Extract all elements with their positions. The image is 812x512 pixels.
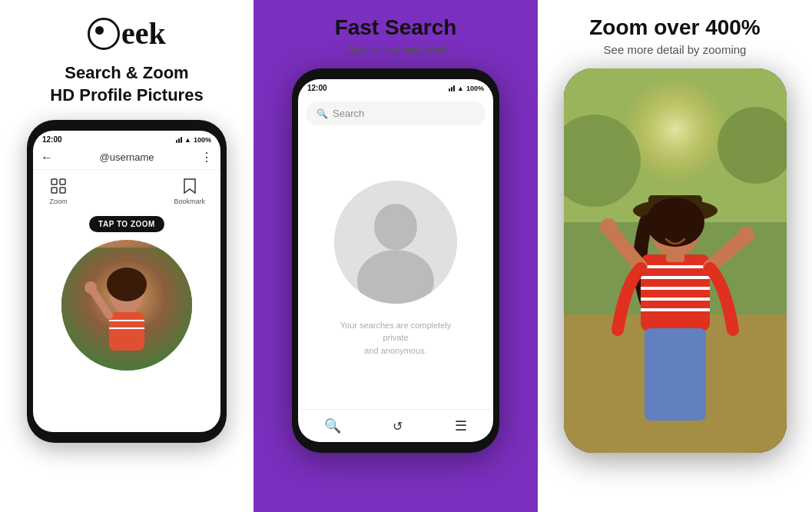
svg-rect-38 <box>666 253 684 262</box>
signal-icon-center <box>449 85 455 91</box>
logo-container: eek <box>88 15 166 52</box>
fast-search-title: Fast Search <box>335 15 457 40</box>
section-left: eek Search & Zoom HD Profile Pictures 12… <box>0 0 254 512</box>
logo-text: eek <box>121 15 166 52</box>
svg-point-24 <box>646 198 704 247</box>
svg-rect-3 <box>60 188 65 193</box>
bookmark-label: Bookmark <box>174 198 205 205</box>
woman-photo-svg <box>564 68 787 453</box>
svg-rect-2 <box>51 188 57 193</box>
battery-center: 100% <box>466 85 484 92</box>
search-bar[interactable]: 🔍 Search <box>306 101 486 125</box>
bookmark-action[interactable]: Bookmark <box>174 176 205 205</box>
tap-to-zoom-badge: TAP TO ZOOM <box>89 216 164 232</box>
svg-rect-0 <box>51 179 57 185</box>
bookmark-icon <box>180 176 200 196</box>
nav-search-icon[interactable]: 🔍 <box>324 417 341 434</box>
search-input: Search <box>333 108 364 119</box>
profile-image <box>61 240 192 371</box>
phone-center-mockup: 12:00 ▲ 100% 🔍 Search <box>292 68 499 453</box>
svg-point-34 <box>737 227 754 244</box>
avatar-placeholder: Your searches are completely private and… <box>298 128 493 409</box>
status-bar-left: 12:00 ▲ 100% <box>33 131 220 145</box>
wifi-icon: ▲ <box>184 136 191 144</box>
zoom-action[interactable]: Zoom <box>48 176 68 205</box>
app-header-left: ← @username ⋮ <box>33 145 220 170</box>
zoom-subtitle: See more detail by zooming <box>604 43 747 56</box>
phone-right-mockup <box>564 68 787 453</box>
action-bar: Zoom Bookmark <box>33 170 220 208</box>
q-dot <box>95 26 104 35</box>
phone-left-mockup: 12:00 ▲ 100% ← @username ⋮ <box>27 120 227 443</box>
back-button[interactable]: ← <box>41 151 53 165</box>
time-left: 12:00 <box>42 135 62 144</box>
zoom-icon <box>48 176 68 196</box>
phone-right-screen <box>564 68 787 453</box>
svg-point-37 <box>681 225 689 234</box>
bottom-nav-center: 🔍 ↺ ☰ <box>298 409 493 442</box>
zoom-label: Zoom <box>49 198 67 205</box>
more-button[interactable]: ⋮ <box>201 150 213 165</box>
svg-rect-35 <box>645 328 706 421</box>
search-icon: 🔍 <box>317 108 328 119</box>
app-logo: eek <box>88 15 166 52</box>
profile-picture-circle[interactable] <box>61 240 192 371</box>
nav-history-icon[interactable]: ↺ <box>393 419 403 434</box>
svg-rect-1 <box>60 179 65 185</box>
private-text: Your searches are completely private and… <box>313 319 478 357</box>
fast-search-subtitle: Sign in not required <box>346 43 446 56</box>
username-display: @username <box>99 151 154 163</box>
svg-point-11 <box>85 281 97 294</box>
status-icons-left: ▲ 100% <box>176 136 211 144</box>
status-bar-center: 12:00 ▲ 100% <box>298 79 493 94</box>
svg-point-36 <box>661 225 669 234</box>
tagline: Search & Zoom HD Profile Pictures <box>50 62 203 106</box>
wifi-icon-center: ▲ <box>457 85 464 92</box>
battery-left: 100% <box>194 136 211 144</box>
svg-rect-7 <box>109 312 144 351</box>
svg-point-13 <box>374 204 417 250</box>
phone-left-screen: 12:00 ▲ 100% ← @username ⋮ <box>33 131 220 432</box>
zoom-title: Zoom over 400% <box>589 15 761 40</box>
avatar-silhouette <box>334 181 457 304</box>
svg-point-33 <box>600 218 617 235</box>
phone-center-screen: 12:00 ▲ 100% 🔍 Search <box>298 79 493 442</box>
section-right: Zoom over 400% See more detail by zoomin… <box>538 0 812 512</box>
section-center: Fast Search Sign in not required 12:00 ▲… <box>254 0 538 512</box>
status-icons-center: ▲ 100% <box>449 85 484 92</box>
q-circle-icon <box>88 18 120 50</box>
profile-area: TAP TO ZOOM <box>33 208 220 432</box>
time-center: 12:00 <box>307 84 327 92</box>
main-container: eek Search & Zoom HD Profile Pictures 12… <box>0 0 812 512</box>
signal-icon <box>176 136 182 143</box>
nav-menu-icon[interactable]: ☰ <box>455 417 467 434</box>
svg-point-6 <box>107 268 147 301</box>
